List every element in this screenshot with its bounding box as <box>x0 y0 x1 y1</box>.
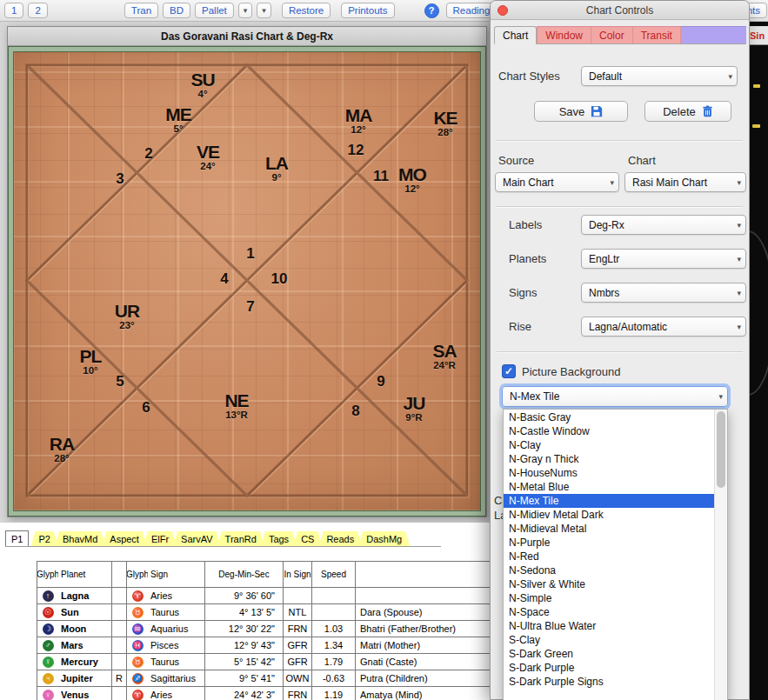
house-number-3: 3 <box>116 170 124 188</box>
background-option-s-dark-green[interactable]: S-Dark Green <box>504 647 714 661</box>
list-scrollbar[interactable] <box>714 410 727 700</box>
header-retro <box>112 562 127 587</box>
close-icon[interactable] <box>498 5 508 16</box>
background-option-n-ultra-blue-water[interactable]: N-Ultra Blue Water <box>504 619 714 633</box>
rise-dropdown[interactable]: Lagna/Automatic ▾ <box>581 317 746 337</box>
planet-row-sun[interactable]: ☉Sun♉Taurus4° 13' 5"NTLDara (Spouse) <box>37 604 491 621</box>
pallet-button[interactable]: Pallet <box>195 3 234 18</box>
background-option-n-midieval-metal[interactable]: N-Midieval Metal <box>504 522 714 536</box>
planet-row-lagna[interactable]: ↑Lagna♈Aries9° 36' 60" <box>37 588 491 604</box>
background-option-s-dark-purple-signs[interactable]: S-Dark Purple Signs <box>504 675 714 689</box>
bottom-tab-elfr[interactable]: ElFr <box>144 531 177 546</box>
planet-row-venus[interactable]: ♀Venus♈Aries24° 42' 3"FRN1.19Amatya (Min… <box>37 687 491 700</box>
house-number-8: 8 <box>351 403 359 420</box>
chevron-down-icon: ▾ <box>737 178 741 187</box>
planet-label-ra: RA28° <box>50 435 74 464</box>
labels-value: Deg-Rx <box>589 219 624 231</box>
page-1-button[interactable]: 1 <box>4 3 23 18</box>
labels-dropdown[interactable]: Deg-Rx ▾ <box>581 215 746 235</box>
bottom-tab-sarvav[interactable]: SarvAV <box>173 531 220 546</box>
chevron-down-icon: ▾ <box>610 178 614 187</box>
bottom-tab-p1[interactable]: P1 <box>5 530 29 546</box>
background-options: N-Basic GrayN-Castle WindowN-ClayN-Gray … <box>504 410 714 700</box>
tab-color[interactable]: Color <box>591 26 633 43</box>
page-2-button[interactable]: 2 <box>28 3 47 18</box>
background-option-n-red[interactable]: N-Red <box>504 550 714 563</box>
background-option-n-space[interactable]: N-Space <box>504 605 714 619</box>
pallet-dropdown-1[interactable]: ▾ <box>238 3 253 18</box>
bottom-tab-dashmg[interactable]: DashMg <box>358 531 410 546</box>
planets-dropdown[interactable]: EngLtr ▾ <box>581 249 746 269</box>
background-chart-mark <box>753 84 760 88</box>
chevron-down-icon: ▾ <box>262 6 266 15</box>
bottom-tab-reads[interactable]: Reads <box>318 531 362 546</box>
background-option-n-metal-blue[interactable]: N-Metal Blue <box>504 480 714 494</box>
divider <box>497 206 743 208</box>
tran-button[interactable]: Tran <box>124 3 158 18</box>
header-karaka <box>356 562 491 587</box>
scrollbar-thumb[interactable] <box>717 411 725 488</box>
mercury-glyph-icon: ☿ <box>43 657 54 668</box>
bottom-tab-tranrd[interactable]: TranRd <box>217 531 264 546</box>
background-option-n-silver-white[interactable]: N-Silver & White <box>504 577 714 591</box>
window-title: Chart Controls <box>586 4 653 17</box>
background-option-n-mex-tile[interactable]: N-Mex Tile <box>504 494 714 508</box>
bottom-panel: P1P2BhavMdAspectElFrSarvAVTranRdTagsCSRe… <box>0 523 490 700</box>
planet-row-jupiter[interactable]: ♃JupiterR♐Sagittarius9° 5' 41"OWN-0.63Pu… <box>37 670 491 687</box>
chart-dropdown[interactable]: Rasi Main Chart ▾ <box>624 172 746 192</box>
background-option-n-housenums[interactable]: N-HouseNums <box>504 466 714 480</box>
house-number-9: 9 <box>377 373 384 390</box>
planet-row-mars[interactable]: ♂Mars♓Pisces12° 9' 43"GFR1.34Matri (Moth… <box>37 637 491 654</box>
planet-row-mercury[interactable]: ☿Mercury♉Taurus5° 15' 42"GFR1.79Gnati (C… <box>37 654 491 670</box>
chart-styles-dropdown[interactable]: Default ▾ <box>581 66 738 86</box>
background-option-s-dark-purple[interactable]: S-Dark Purple <box>504 661 714 675</box>
tab-window[interactable]: Window <box>537 26 591 43</box>
background-option-n-basic-gray[interactable]: N-Basic Gray <box>504 410 714 424</box>
header-glyph-planet: Glyph <box>37 562 58 587</box>
delete-button[interactable]: Delete <box>644 101 731 122</box>
background-option-n-sedona[interactable]: N-Sedona <box>504 563 714 577</box>
planet-row-moon[interactable]: ☽Moon♒Aquarius12° 30' 22"FRN1.03Bhatri (… <box>37 621 491 637</box>
chart-styles-label: Chart Styles <box>498 70 560 83</box>
restore-button[interactable]: Restore <box>282 3 331 18</box>
chart-controls-titlebar[interactable]: Chart Controls <box>491 1 749 20</box>
background-option-n-simple[interactable]: N-Simple <box>504 591 714 605</box>
house-number-1: 1 <box>246 245 254 263</box>
background-option-n-purple[interactable]: N-Purple <box>504 536 714 550</box>
header-in-sign: In Sign <box>284 562 312 587</box>
bottom-tab-bhavmd[interactable]: BhavMd <box>55 531 105 546</box>
picture-background-label: Picture Background <box>522 365 620 378</box>
printouts-button[interactable]: Printouts <box>341 3 394 18</box>
house-number-6: 6 <box>142 399 150 417</box>
tab-chart[interactable]: Chart <box>494 26 537 44</box>
rasi-chart-titlebar[interactable]: Das Goravani Rasi Chart & Deg-Rx <box>8 27 486 46</box>
background-option-n-midiev-metal-dark[interactable]: N-Midiev Metal Dark <box>504 508 714 522</box>
sun-glyph-icon: ☉ <box>43 607 54 618</box>
background-option-n-clay[interactable]: N-Clay <box>504 438 714 452</box>
source-dropdown[interactable]: Main Chart ▾ <box>495 172 619 192</box>
background-option-n-gray-n-thick[interactable]: N-Gray n Thick <box>504 452 714 466</box>
bd-button[interactable]: BD <box>163 3 190 18</box>
aries-glyph-icon: ♈ <box>132 690 144 700</box>
pallet-dropdown-2[interactable]: ▾ <box>257 3 271 18</box>
bottom-tab-tags[interactable]: Tags <box>261 531 297 546</box>
taurus-glyph-icon: ♉ <box>132 607 144 618</box>
background-option-n-castle-window[interactable]: N-Castle Window <box>504 424 714 438</box>
bottom-tab-cs[interactable]: CS <box>293 531 322 546</box>
bottom-tab-p2[interactable]: P2 <box>30 531 57 546</box>
background-option-s-clay[interactable]: S-Clay <box>504 633 714 647</box>
planet-label-ma: MA12° <box>345 106 372 136</box>
info-icon[interactable]: ? <box>424 3 439 18</box>
chart-value: Rasi Main Chart <box>632 177 707 189</box>
chevron-down-icon: ▾ <box>718 392 723 401</box>
picture-background-checkbox[interactable]: ✓ <box>502 364 516 378</box>
background-select[interactable]: N-Mex Tile ▾ <box>502 386 728 407</box>
save-button[interactable]: Save <box>534 101 628 122</box>
signs-label: Signs <box>509 286 538 299</box>
house-number-7: 7 <box>246 298 254 316</box>
signs-dropdown[interactable]: Nmbrs ▾ <box>581 283 746 303</box>
tab-transit[interactable]: Transit <box>633 26 681 43</box>
background-window-tab-fragment[interactable]: Sin <box>750 26 768 45</box>
planet-label-su: SU4° <box>190 70 214 100</box>
bottom-tab-aspect[interactable]: Aspect <box>102 531 147 546</box>
